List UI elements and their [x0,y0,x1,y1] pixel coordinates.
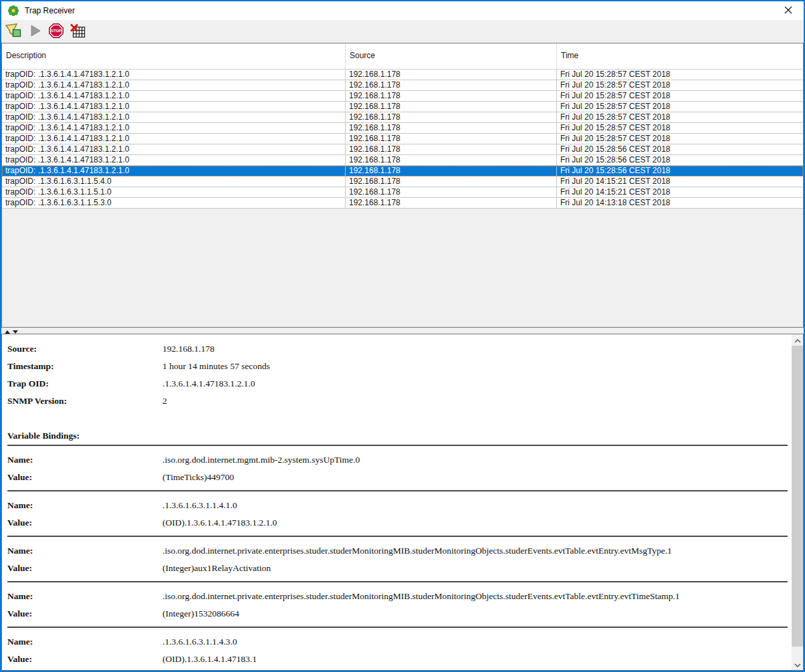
cell-time: Fri Jul 20 14:13:18 CEST 2018 [557,198,803,208]
binding-name-row: Name: .1.3.6.1.6.3.1.1.4.3.0 [7,633,788,651]
svg-text:STOP: STOP [51,29,62,33]
binding-name-value: .1.3.6.1.6.3.1.1.4.1.0 [162,500,237,511]
window-title: Trap Receiver [25,6,75,15]
clear-table-button[interactable] [68,22,87,41]
table-row[interactable]: trapOID: .1.3.6.1.6.3.1.1.5.3.0 192.168.… [2,198,803,209]
cell-description: trapOID: .1.3.6.1.4.1.47183.1.2.1.0 [2,123,346,133]
app-flower-icon [8,5,19,16]
variable-binding: Name: .iso.org.dod.internet.private.ente… [7,582,788,628]
trap-details-panel: Source: 192.168.1.178 Timestamp: 1 hour … [1,334,804,671]
cell-description: trapOID: .1.3.6.1.4.1.47183.1.2.1.0 [2,80,346,90]
cell-time: Fri Jul 20 15:28:57 CEST 2018 [557,134,803,144]
cell-source: 192.168.1.178 [346,198,557,208]
cell-time: Fri Jul 20 15:28:56 CEST 2018 [557,155,803,165]
scrollbar-thumb[interactable] [792,346,803,647]
cell-time: Fri Jul 20 15:28:56 CEST 2018 [557,144,803,154]
detail-field-value: 192.168.1.178 [162,344,215,354]
binding-value-row: Value: (TimeTicks)449700 [7,469,788,486]
detail-field-value: .1.3.6.1.4.1.47183.1.2.1.0 [162,378,255,389]
variable-bindings-list: Name: .iso.org.dod.internet.mgmt.mib-2.s… [7,445,788,670]
chevron-up-icon [794,335,801,345]
chevron-down-icon [794,659,801,669]
cell-time: Fri Jul 20 15:28:57 CEST 2018 [557,70,803,80]
table-row[interactable]: trapOID: .1.3.6.1.4.1.47183.1.2.1.0 192.… [2,123,803,134]
binding-name-row: Name: .iso.org.dod.internet.mgmt.mib-2.s… [7,451,788,469]
binding-name-label: Name: [7,500,162,511]
binding-name-label: Name: [7,455,162,465]
play-icon [27,23,42,40]
table-row[interactable]: trapOID: .1.3.6.1.4.1.47183.1.2.1.0 192.… [2,155,803,166]
cell-source: 192.168.1.178 [346,70,557,80]
cell-description: trapOID: .1.3.6.1.4.1.47183.1.2.1.0 [2,91,346,101]
close-button[interactable] [773,1,804,20]
table-row[interactable]: trapOID: .1.3.6.1.6.3.1.1.5.1.0 192.168.… [2,187,803,198]
binding-value-value: (Integer)1532086664 [162,608,239,619]
cell-description: trapOID: .1.3.6.1.4.1.47183.1.2.1.0 [2,166,346,176]
cell-source: 192.168.1.178 [346,166,557,176]
column-header-time[interactable]: Time [557,43,803,69]
cell-description: trapOID: .1.3.6.1.6.3.1.1.5.1.0 [2,187,346,197]
table-row[interactable]: trapOID: .1.3.6.1.4.1.47183.1.2.1.0 192.… [2,112,803,123]
binding-value-label: Value: [7,608,162,619]
binding-value-label: Value: [7,563,162,574]
details-scrollbar[interactable] [792,334,803,670]
cell-time: Fri Jul 20 15:28:57 CEST 2018 [557,80,803,90]
table-row[interactable]: trapOID: .1.3.6.1.4.1.47183.1.2.1.0 192.… [2,70,803,80]
cell-time: Fri Jul 20 15:28:56 CEST 2018 [557,166,803,176]
start-button[interactable] [25,22,44,41]
table-row[interactable]: trapOID: .1.3.6.1.6.3.1.1.5.4.0 192.168.… [2,177,803,187]
title-bar[interactable]: Trap Receiver [1,1,804,20]
binding-value-row: Value: (OID).1.3.6.1.4.1.47183.1.2.1.0 [7,514,788,532]
column-header-source[interactable]: Source [346,43,557,69]
binding-name-label: Name: [7,591,162,602]
table-row[interactable]: trapOID: .1.3.6.1.4.1.47183.1.2.1.0 192.… [2,166,803,177]
variable-binding: Name: .1.3.6.1.6.3.1.1.4.3.0 Value: (OID… [7,628,788,670]
scrollbar-down-button[interactable] [792,659,803,670]
cell-time: Fri Jul 20 14:15:21 CEST 2018 [557,187,803,197]
binding-value-label: Value: [7,472,162,483]
splitter-bar[interactable] [1,328,804,334]
detail-field-value: 1 hour 14 minutes 57 seconds [162,361,270,372]
binding-name-value: .iso.org.dod.internet.private.enterprise… [162,546,672,556]
cell-description: trapOID: .1.3.6.1.6.3.1.1.5.4.0 [2,177,346,187]
binding-name-value: .iso.org.dod.internet.mgmt.mib-2.system.… [162,455,360,465]
stop-button[interactable]: STOP [47,22,66,41]
scrollbar-up-button[interactable] [792,334,803,346]
detail-field-row: SNMP Version: 2 [7,393,789,410]
table-row[interactable]: trapOID: .1.3.6.1.4.1.47183.1.2.1.0 192.… [2,80,803,91]
cell-description: trapOID: .1.3.6.1.4.1.47183.1.2.1.0 [2,70,346,80]
cell-source: 192.168.1.178 [346,177,557,187]
binding-name-row: Name: .1.3.6.1.6.3.1.1.4.1.0 [7,497,788,514]
table-row[interactable]: trapOID: .1.3.6.1.4.1.47183.1.2.1.0 192.… [2,134,803,144]
binding-value-row: Value: (OID).1.3.6.1.4.1.47183.1 [7,651,788,668]
binding-value-row: Value: (Integer)1532086664 [7,605,788,623]
clear-table-icon [70,23,86,41]
cell-source: 192.168.1.178 [346,80,557,90]
cell-source: 192.168.1.178 [346,123,557,133]
table-row[interactable]: trapOID: .1.3.6.1.4.1.47183.1.2.1.0 192.… [2,102,803,112]
funnel-icon [5,23,22,41]
binding-name-value: .1.3.6.1.6.3.1.1.4.3.0 [162,637,237,647]
detail-field-label: Source: [7,344,162,354]
detail-field-value: 2 [162,396,167,407]
splitter-collapse-up-button[interactable] [4,329,10,333]
cell-description: trapOID: .1.3.6.1.4.1.47183.1.2.1.0 [2,134,346,144]
detail-field-row: Trap OID: .1.3.6.1.4.1.47183.1.2.1.0 [7,375,789,393]
table-row[interactable]: trapOID: .1.3.6.1.4.1.47183.1.2.1.0 192.… [2,91,803,102]
trap-details-content: Source: 192.168.1.178 Timestamp: 1 hour … [2,334,792,670]
binding-name-row: Name: .iso.org.dod.internet.private.ente… [7,588,788,605]
column-header-description[interactable]: Description [2,43,346,69]
cell-time: Fri Jul 20 15:28:57 CEST 2018 [557,91,803,101]
detail-field-label: SNMP Version: [7,396,162,407]
table-row[interactable]: trapOID: .1.3.6.1.4.1.47183.1.2.1.0 192.… [2,144,803,155]
splitter-collapse-down-button[interactable] [12,329,18,333]
filter-button[interactable] [4,22,23,41]
variable-binding: Name: .iso.org.dod.internet.private.ente… [7,537,788,582]
close-icon [784,6,792,16]
toolbar: STOP [1,20,804,43]
binding-value-value: (OID).1.3.6.1.4.1.47183.1.2.1.0 [162,518,277,528]
cell-description: trapOID: .1.3.6.1.4.1.47183.1.2.1.0 [2,155,346,165]
binding-name-label: Name: [7,546,162,556]
variable-binding: Name: .iso.org.dod.internet.mgmt.mib-2.s… [7,446,788,491]
binding-value-label: Value: [7,518,162,528]
